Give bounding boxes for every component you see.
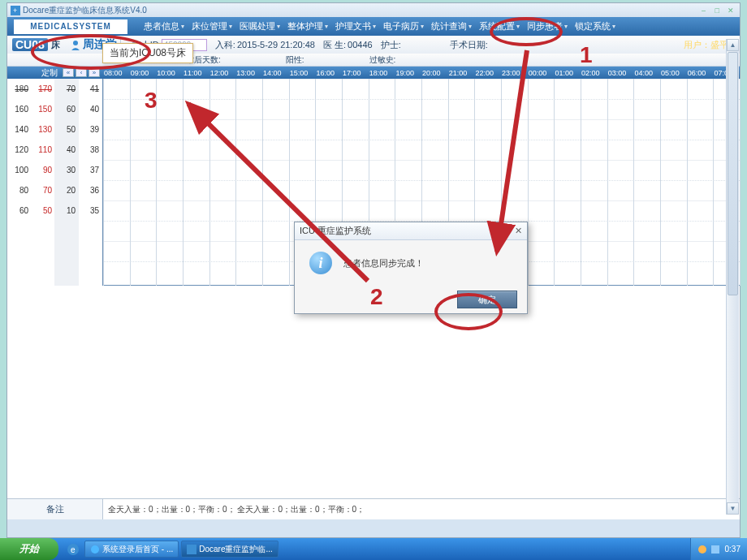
dialog-title: ICU 重症监护系统 (300, 225, 371, 237)
admit-value: 2015-5-29 21:20:48 (237, 40, 315, 50)
max-button[interactable]: □ (711, 6, 723, 15)
close-button[interactable]: ✕ (725, 6, 736, 15)
svg-rect-10 (711, 545, 719, 554)
tray-clock: 0:37 (725, 545, 741, 554)
admit-label: 入科: (215, 39, 235, 51)
lower-blank (7, 286, 740, 498)
system-tray[interactable]: 0:37 (690, 538, 747, 560)
start-button[interactable]: 开始 (0, 538, 58, 560)
menu-order[interactable]: 医嘱处理▾ (240, 20, 280, 32)
dialog-close[interactable]: ✕ (515, 226, 522, 236)
menu-lock[interactable]: 锁定系统▾ (575, 20, 615, 32)
positive-label: 阳性: (286, 54, 304, 66)
footer-value: 全天入量：0；出量：0；平衡：0； 全天入量：0；出量：0；平衡：0； (103, 499, 740, 519)
doctor-value: 00446 (348, 40, 373, 50)
app-icon: + (11, 6, 20, 15)
task-item-2[interactable]: Docare重症监护临... (181, 541, 279, 558)
taskbar: 开始 e 系统登录后首页 - ... Docare重症监护临... 0:37 (0, 538, 747, 560)
doctor-label: 医 生: (323, 39, 346, 51)
menu-syscfg[interactable]: 系统配置▾ (479, 20, 520, 32)
allergy-label: 过敏史: (369, 54, 396, 66)
info-icon: i (309, 252, 332, 274)
ruler-hours: 08:0009:0010:0011:0012:0013:0014:0015:00… (103, 69, 740, 77)
dialog-message: 患者信息同步完成！ (343, 257, 424, 269)
bed-unit: 床 (51, 39, 60, 51)
svg-text:+: + (13, 6, 17, 15)
bed-tooltip: 当前为ICU08号床 (102, 43, 193, 63)
svg-point-7 (91, 545, 99, 554)
ie-quicklaunch[interactable]: e (63, 540, 83, 559)
surgery-date-label: 手术日期: (450, 39, 488, 51)
title-bar: + Docare重症监护临床信息系统V4.0 – □ ✕ (7, 3, 740, 17)
vertical-scrollbar[interactable]: ▲ ▼ (726, 39, 739, 515)
ruler-prev[interactable]: ‹ (76, 68, 87, 77)
menu-bed-mgmt[interactable]: 床位管理▾ (192, 20, 232, 32)
ruler-custom[interactable]: 定制 (41, 67, 58, 79)
menu-stats[interactable]: 统计查询▾ (431, 20, 472, 32)
scroll-thumb[interactable] (728, 52, 738, 295)
sync-dialog: ICU 重症监护系统 ✕ i 患者信息同步完成！ 确定 (294, 222, 528, 314)
min-button[interactable]: – (697, 6, 709, 15)
task-item-1[interactable]: 系统登录后首页 - ... (84, 541, 179, 558)
ruler-first[interactable]: « (63, 68, 74, 77)
brand-logo: MEDICALSYSTEM (14, 19, 127, 34)
svg-point-9 (698, 545, 706, 554)
footer-row: 备注 全天入量：0；出量：0；平衡：0； 全天入量：0；出量：0；平衡：0； (7, 498, 740, 519)
nurse-label: 护士: (381, 39, 401, 51)
svg-rect-8 (187, 545, 196, 554)
svg-point-2 (73, 41, 78, 45)
menu-sync[interactable]: 同步患者▾ (527, 20, 568, 32)
scroll-down[interactable]: ▼ (727, 502, 739, 515)
person-icon (70, 39, 81, 50)
menu-patient-info[interactable]: 患者信息▾ (144, 20, 184, 32)
y-axis: 1801601401201008060 170150130110907050 7… (7, 79, 103, 286)
bed-code: CU08 (12, 38, 48, 51)
footer-label: 备注 (7, 499, 103, 519)
menu-bar: MEDICALSYSTEM 患者信息▾ 床位管理▾ 医嘱处理▾ 整体护理▾ 护理… (7, 17, 740, 36)
tray-icon (710, 545, 720, 554)
tray-icon (697, 545, 707, 554)
current-user: 用户：盛平 (684, 39, 728, 51)
dialog-ok-button[interactable]: 确定 (457, 291, 517, 308)
scroll-up[interactable]: ▲ (727, 39, 739, 51)
menu-doc[interactable]: 护理文书▾ (335, 20, 376, 32)
svg-text:e: e (71, 545, 76, 554)
menu-care[interactable]: 整体护理▾ (287, 20, 328, 32)
ruler-last[interactable]: » (89, 68, 100, 77)
menu-emr[interactable]: 电子病历▾ (383, 20, 424, 32)
time-ruler: 定制 « ‹ » 08:0009:0010:0011:0012:0013:001… (7, 67, 740, 79)
window-title: Docare重症监护临床信息系统V4.0 (23, 5, 147, 16)
